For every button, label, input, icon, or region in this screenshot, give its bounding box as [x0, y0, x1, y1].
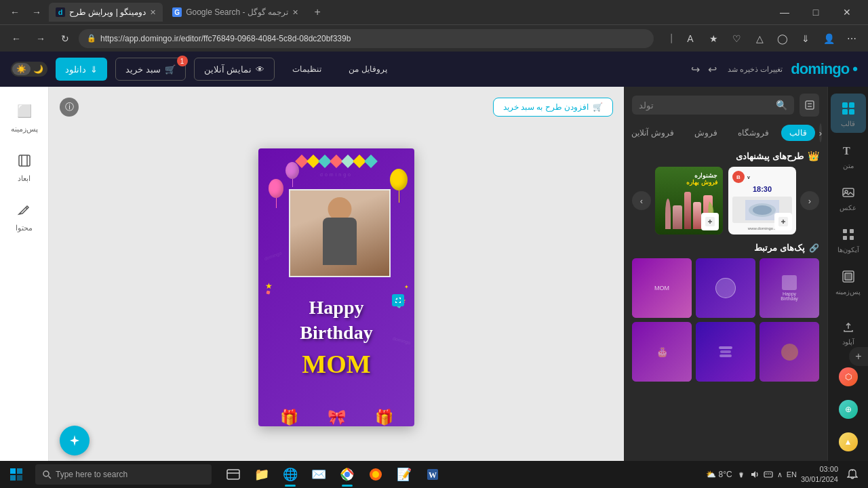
- tab-online-sale[interactable]: فروش آنلاین: [623, 125, 682, 141]
- far-right-image-label: عکس: [840, 204, 856, 211]
- tab-store[interactable]: فروشگاه: [730, 125, 777, 141]
- svg-point-9: [753, 205, 772, 215]
- settings-button[interactable]: تنظیمات: [283, 58, 331, 81]
- tab-close-domingo[interactable]: ✕: [150, 8, 156, 17]
- t1-logo-row: v B: [732, 171, 792, 183]
- far-right-upload-label: آپلود: [842, 338, 854, 346]
- far-right-upload[interactable]: آپلود: [831, 312, 866, 351]
- volume-icon[interactable]: [750, 470, 760, 479]
- read-mode-btn[interactable]: A: [679, 28, 701, 49]
- profile-button[interactable]: پروفایل من: [339, 58, 396, 81]
- template-card-2[interactable]: جشنواره فروش بهاره: [655, 167, 723, 235]
- tab-template[interactable]: قالب: [781, 125, 815, 141]
- nav-back-button[interactable]: ←: [5, 28, 27, 49]
- toolbar-background[interactable]: ⬜ پس‌زمینه: [4, 95, 45, 139]
- maximize-button[interactable]: □: [800, 0, 831, 24]
- image-icon: [839, 183, 858, 202]
- far-right-background[interactable]: پس‌زمینه: [831, 262, 866, 301]
- related-thumb-3[interactable]: MOM: [632, 258, 692, 318]
- template-2-add-btn[interactable]: [701, 213, 719, 230]
- related-thumb-4[interactable]: [760, 322, 819, 382]
- related-thumb-2[interactable]: [696, 258, 755, 318]
- panel-back-arrow[interactable]: ‹: [819, 123, 822, 142]
- far-right-ai-2[interactable]: ⊕: [831, 394, 866, 424]
- svg-rect-26: [10, 468, 16, 474]
- taskbar-chrome[interactable]: [334, 461, 361, 488]
- search-input[interactable]: [658, 100, 772, 110]
- far-right-ai-1[interactable]: ⬡: [831, 362, 866, 392]
- related-thumb-6[interactable]: 🎂: [632, 322, 692, 382]
- download-label: دانلود: [65, 64, 86, 75]
- undo-button[interactable]: ↩: [705, 62, 719, 77]
- taskbar-notepad[interactable]: 📝: [391, 461, 418, 488]
- taskbar-explorer[interactable]: 📁: [248, 461, 275, 488]
- photo-placeholder[interactable]: [289, 189, 391, 277]
- cart-label: سبد خرید: [125, 64, 161, 75]
- svg-rect-19: [843, 229, 847, 233]
- language-indicator[interactable]: EN: [787, 470, 797, 479]
- tab-google[interactable]: G Google Search - ترجمه گوگل ✕: [165, 3, 305, 22]
- extensions-btn[interactable]: ◯: [772, 28, 793, 49]
- taskbar-edge[interactable]: 🌐: [277, 461, 304, 488]
- preview-button[interactable]: 👁 نمایش آنلاین: [194, 58, 275, 81]
- far-right-icons[interactable]: آیکون‌ها: [831, 220, 866, 259]
- profile-btn-browser[interactable]: 👤: [818, 28, 840, 49]
- taskbar-word[interactable]: W: [419, 461, 446, 488]
- toolbar-content[interactable]: محتوا: [4, 194, 45, 238]
- url-bar[interactable]: 🔒 https://app.domingo.ir/editor/ffc76849…: [79, 29, 654, 48]
- taskbar-taskview[interactable]: [220, 461, 247, 488]
- templates-next-arrow[interactable]: ›: [632, 191, 651, 210]
- filter-button[interactable]: [800, 94, 819, 117]
- link-icon: 🔗: [809, 243, 819, 253]
- minimize-button[interactable]: —: [769, 0, 800, 24]
- tray-expand-icon[interactable]: ∧: [777, 470, 783, 479]
- far-right-template[interactable]: قالب: [831, 94, 866, 133]
- toolbar-dimensions[interactable]: ابعاد: [4, 144, 45, 188]
- url-text: https://app.domingo.ir/editor/ffc76849-0…: [100, 34, 351, 43]
- start-button[interactable]: [0, 461, 33, 488]
- far-right-ai-3[interactable]: ▲: [831, 427, 866, 457]
- browser-forward-btn[interactable]: →: [27, 3, 46, 22]
- magic-action-button[interactable]: [60, 426, 90, 455]
- info-button[interactable]: ⓘ: [60, 98, 79, 117]
- profile-label: پروفایل من: [349, 64, 387, 74]
- favorites-btn[interactable]: ★: [703, 28, 724, 49]
- resize-handle[interactable]: [392, 294, 404, 306]
- template-1-add-btn[interactable]: [774, 213, 792, 230]
- taskbar-search-box[interactable]: Type here to search: [35, 464, 212, 485]
- new-tab-button[interactable]: +: [308, 3, 327, 22]
- template-card-1[interactable]: v B 18:30: [728, 167, 796, 235]
- icons-grid-icon: [839, 225, 858, 244]
- canvas-area: 🛒 افزودن طرح به سبد خرید ⓘ: [49, 87, 624, 488]
- panel-collapse-btn[interactable]: +: [849, 347, 868, 366]
- add-to-cart-button[interactable]: 🛒 افزودن طرح به سبد خرید: [493, 98, 613, 117]
- templates-prev-arrow[interactable]: ‹: [800, 191, 819, 210]
- browser-back-btn[interactable]: ←: [5, 3, 24, 22]
- far-right-image[interactable]: عکس: [831, 178, 866, 217]
- svg-rect-27: [17, 468, 22, 474]
- split-screen-btn[interactable]: ⎹: [656, 28, 678, 49]
- download-btn-browser[interactable]: ⇓: [795, 28, 816, 49]
- dark-mode-toggle[interactable]: 🌙 ☀️: [11, 62, 47, 77]
- related-thumb-1[interactable]: HappyBirthday: [760, 258, 819, 318]
- nav-forward-button[interactable]: →: [30, 28, 52, 49]
- reading-list-btn[interactable]: △: [749, 28, 770, 49]
- download-button[interactable]: ⇓ دانلود: [56, 58, 107, 81]
- more-btn[interactable]: ⋯: [841, 28, 863, 49]
- nav-refresh-button[interactable]: ↻: [54, 28, 76, 49]
- tab-domingo[interactable]: d دومینگو | ویرایش طرح ✕: [49, 3, 163, 22]
- related-thumb-5[interactable]: [696, 322, 755, 382]
- redo-button[interactable]: ↪: [688, 62, 703, 77]
- network-icon[interactable]: [736, 470, 746, 479]
- collections-btn[interactable]: ♡: [726, 28, 747, 49]
- close-button[interactable]: ✕: [831, 0, 863, 24]
- taskbar-firefox[interactable]: [362, 461, 389, 488]
- cart-button[interactable]: 1 🛒 سبد خرید: [115, 58, 186, 81]
- far-right-text[interactable]: T متن: [831, 136, 866, 175]
- taskbar-mail[interactable]: ✉️: [305, 461, 332, 488]
- svg-rect-43: [768, 474, 769, 475]
- keyboard-icon[interactable]: [764, 470, 773, 479]
- tab-sale[interactable]: فروش: [686, 125, 726, 141]
- notification-button[interactable]: [842, 464, 863, 485]
- tab-close-google[interactable]: ✕: [292, 8, 298, 17]
